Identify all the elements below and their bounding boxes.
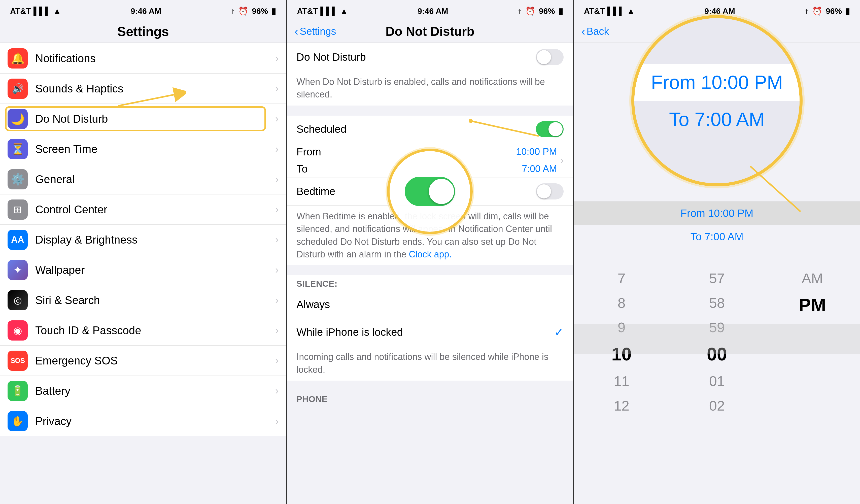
status-left-3: AT&T ▌▌▌ ▲ — [584, 6, 635, 16]
status-right-1: ↑ ⏰ 96% ▮ — [231, 6, 276, 16]
settings-section-1: 🔔 Notifications › 🔊 Sounds & Haptics › 🌙… — [0, 43, 286, 436]
privacy-label: Privacy — [35, 415, 275, 428]
selected-from-display: From 10:00 PM — [574, 202, 860, 225]
dnd-icon: 🌙 — [8, 109, 28, 129]
picker-hours-col: 7 8 9 10 11 12 — [574, 266, 669, 418]
dnd-toggle[interactable] — [536, 49, 563, 65]
settings-row-touchid[interactable]: ◉ Touch ID & Passcode › — [0, 315, 286, 346]
sos-label: Emergency SOS — [35, 355, 275, 367]
dnd-nav: ‹ Settings Do Not Disturb — [287, 20, 573, 43]
wifi-icon-2: ▲ — [340, 6, 348, 16]
back-chevron-3: ‹ — [582, 25, 585, 38]
dnd-panel: AT&T ▌▌▌ ▲ 9:46 AM ↑ ⏰ 96% ▮ ‹ Settings … — [287, 0, 574, 504]
sos-chevron: › — [275, 355, 278, 366]
touchid-icon: ◉ — [8, 320, 28, 341]
settings-row-controlcenter[interactable]: ⊞ Control Center › — [0, 195, 286, 225]
general-label: General — [35, 173, 275, 186]
settings-row-wallpaper[interactable]: ✦ Wallpaper › — [0, 255, 286, 285]
while-locked-label: While iPhone is locked — [297, 326, 554, 338]
picker-hour-8: 8 — [574, 291, 669, 315]
picker-hour-7: 7 — [574, 266, 669, 291]
picker-minutes-col: 57 58 59 00 01 02 — [669, 266, 764, 418]
settings-row-screentime[interactable]: ⏳ Screen Time › — [0, 134, 286, 164]
picker-min-01: 01 — [669, 369, 764, 393]
status-bar-1: AT&T ▌▌▌ ▲ 9:46 AM ↑ ⏰ 96% ▮ — [0, 0, 286, 20]
display-label: Display & Brightness — [35, 233, 275, 246]
picker-hour-9: 9 — [574, 315, 669, 340]
settings-row-display[interactable]: AA Display & Brightness › — [0, 225, 286, 255]
qh-zoom-to-text: To 7:00 AM — [634, 101, 800, 138]
quiet-hours-panel: AT&T ▌▌▌ ▲ 9:46 AM ↑ ⏰ 96% ▮ ‹ Back Quie… — [574, 0, 860, 504]
siri-chevron: › — [275, 294, 278, 306]
selected-to-display: To 7:00 AM — [574, 225, 860, 248]
location-icon-2: ↑ — [518, 6, 522, 16]
dnd-content: Do Not Disturb When Do Not Disturb is en… — [287, 43, 573, 504]
settings-row-general[interactable]: ⚙️ General › — [0, 164, 286, 195]
dnd-toggle-section: Do Not Disturb When Do Not Disturb is en… — [287, 43, 573, 105]
zoom-toggle-thumb-large — [429, 179, 454, 204]
bedtime-toggle[interactable] — [536, 183, 563, 200]
qh-zoom-circle: From 10:00 PM To 7:00 AM — [631, 15, 803, 186]
sounds-chevron: › — [275, 83, 278, 94]
time-picker[interactable]: 7 8 9 10 11 12 57 58 59 00 01 02 — [574, 251, 860, 427]
silence-section: SILENCE: Always While iPhone is locked ✓… — [287, 275, 573, 380]
nav-bar-1: Settings — [0, 20, 286, 43]
always-row[interactable]: Always — [287, 291, 573, 318]
dnd-chevron: › — [275, 113, 278, 125]
picker-period-am: AM — [764, 266, 860, 291]
settings-row-dnd[interactable]: 🌙 Do Not Disturb › — [0, 104, 286, 134]
silence-header: SILENCE: — [287, 275, 573, 291]
back-chevron-2: ‹ — [295, 25, 298, 38]
back-button-3[interactable]: ‹ Back — [582, 25, 609, 38]
alarm-icon-3: ⏰ — [812, 6, 822, 16]
scheduled-row: Scheduled — [287, 116, 573, 143]
settings-list: 🔔 Notifications › 🔊 Sounds & Haptics › 🌙… — [0, 43, 286, 504]
from-to-chevron: › — [561, 155, 563, 166]
wifi-icon-1: ▲ — [53, 6, 61, 16]
settings-row-sos[interactable]: SOS Emergency SOS › — [0, 346, 286, 376]
general-icon: ⚙️ — [8, 169, 28, 189]
picker-min-59: 59 — [669, 315, 764, 340]
sos-icon: SOS — [8, 350, 28, 371]
screentime-label: Screen Time — [35, 143, 275, 155]
battery-pct-3: 96% — [826, 6, 842, 16]
sounds-label: Sounds & Haptics — [35, 82, 275, 95]
battery-label: Battery — [35, 385, 275, 397]
zoom-circle-toggle — [387, 148, 473, 234]
back-button-2[interactable]: ‹ Settings — [295, 25, 336, 38]
time-label-1: 9:46 AM — [131, 6, 161, 16]
phone-header: PHONE — [287, 391, 573, 406]
wallpaper-label: Wallpaper — [35, 264, 275, 276]
bedtime-toggle-thumb — [537, 184, 551, 199]
qh-selected-area: From 10:00 PM To 7:00 AM 7 8 9 10 11 12 — [574, 202, 860, 427]
settings-row-siri[interactable]: ◎ Siri & Search › — [0, 285, 286, 315]
scheduled-toggle[interactable] — [536, 121, 563, 137]
picker-columns: 7 8 9 10 11 12 57 58 59 00 01 02 — [574, 251, 860, 427]
notifications-chevron: › — [275, 53, 278, 64]
clock-app-link[interactable]: Clock app. — [409, 249, 452, 259]
picker-min-58: 58 — [669, 291, 764, 315]
status-left-2: AT&T ▌▌▌ ▲ — [297, 6, 348, 16]
dnd-label: Do Not Disturb — [35, 113, 275, 125]
sounds-icon: 🔊 — [8, 78, 28, 99]
wallpaper-icon: ✦ — [8, 260, 28, 280]
screentime-chevron: › — [275, 143, 278, 155]
screentime-icon: ⏳ — [8, 139, 28, 159]
zoom-toggle-large — [405, 177, 455, 206]
controlcenter-icon: ⊞ — [8, 200, 28, 220]
while-locked-row[interactable]: While iPhone is locked ✓ — [287, 318, 573, 346]
signal-icon-2: ▌▌▌ — [320, 6, 338, 16]
settings-row-notifications[interactable]: 🔔 Notifications › — [0, 43, 286, 74]
settings-row-sounds[interactable]: 🔊 Sounds & Haptics › — [0, 74, 286, 104]
privacy-icon: ✋ — [8, 411, 28, 431]
settings-row-privacy[interactable]: ✋ Privacy › — [0, 406, 286, 436]
battery-icon: 🔋 — [8, 381, 28, 401]
dnd-toggle-thumb — [537, 50, 551, 64]
display-icon: AA — [8, 230, 28, 250]
battery-label-1: 96% — [252, 6, 268, 16]
settings-row-battery[interactable]: 🔋 Battery › — [0, 376, 286, 406]
picker-hour-12: 12 — [574, 393, 669, 418]
alarm-icon-2: ⏰ — [525, 6, 535, 16]
carrier-label-1: AT&T — [10, 6, 31, 16]
picker-hour-11: 11 — [574, 369, 669, 393]
